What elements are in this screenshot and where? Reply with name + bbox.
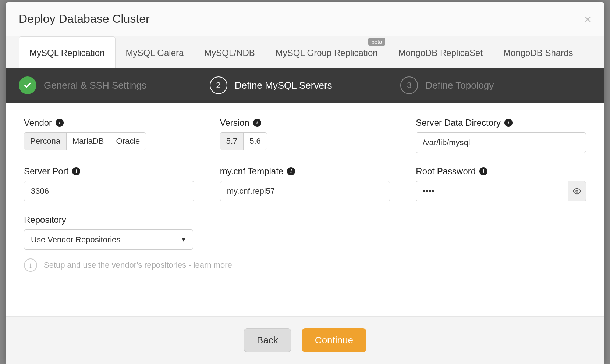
tab-mysql-group-replication[interactable]: MySQL Group Replication beta — [265, 36, 388, 68]
root-password-input[interactable] — [416, 181, 568, 201]
field-label: Root Password i — [416, 166, 586, 176]
field-label: Repository — [24, 215, 586, 225]
info-icon[interactable]: i — [479, 167, 487, 175]
repository-field: Repository Use Vendor Repositories ▼ i S… — [24, 215, 586, 272]
version-field: Version i 5.7 5.6 — [220, 118, 390, 153]
info-icon[interactable]: i — [253, 119, 261, 127]
vendor-options: Percona MariaDB Oracle — [24, 132, 146, 150]
cluster-type-tabs: MySQL Replication MySQL Galera MySQL/NDB… — [6, 36, 604, 68]
tab-mysql-ndb[interactable]: MySQL/NDB — [194, 36, 265, 68]
step-number: 2 — [210, 76, 227, 94]
tab-mysql-galera[interactable]: MySQL Galera — [116, 36, 194, 68]
beta-badge: beta — [368, 38, 385, 46]
version-options: 5.7 5.6 — [220, 132, 267, 150]
vendor-option-percona[interactable]: Percona — [24, 133, 67, 150]
form-body: Vendor i Percona MariaDB Oracle Version … — [6, 103, 604, 316]
data-directory-field: Server Data Directory i — [416, 118, 586, 153]
tab-mongodb-shards[interactable]: MongoDB Shards — [493, 36, 583, 68]
info-icon[interactable]: i — [56, 119, 64, 127]
server-port-field: Server Port i — [24, 166, 194, 201]
vendor-option-mariadb[interactable]: MariaDB — [67, 133, 110, 150]
tab-mongodb-replicaset[interactable]: MongoDB ReplicaSet — [388, 36, 493, 68]
data-directory-input[interactable] — [416, 132, 586, 153]
check-icon — [19, 76, 36, 94]
continue-button[interactable]: Continue — [302, 328, 366, 352]
wizard-stepper: General & SSH Settings 2 Define MySQL Se… — [6, 68, 604, 103]
mycnf-template-field: my.cnf Template i — [220, 166, 390, 201]
step-1[interactable]: General & SSH Settings — [19, 76, 210, 94]
step-label: Define Topology — [425, 80, 494, 91]
info-icon: i — [24, 258, 37, 272]
svg-point-0 — [576, 190, 578, 192]
step-number: 3 — [400, 76, 418, 94]
step-2[interactable]: 2 Define MySQL Servers — [210, 76, 401, 94]
step-label: General & SSH Settings — [44, 80, 146, 91]
tab-mysql-replication[interactable]: MySQL Replication — [19, 36, 116, 68]
modal-header: Deploy Database Cluster × — [6, 2, 604, 36]
info-icon[interactable]: i — [504, 119, 513, 127]
field-label: Server Data Directory i — [416, 118, 586, 128]
back-button[interactable]: Back — [244, 328, 291, 352]
hint-text[interactable]: Setup and use the vendor's repositories … — [44, 260, 232, 270]
info-icon[interactable]: i — [287, 167, 295, 175]
field-label: my.cnf Template i — [220, 166, 390, 176]
version-option-57[interactable]: 5.7 — [220, 133, 244, 150]
deploy-cluster-modal: Deploy Database Cluster × MySQL Replicat… — [6, 2, 604, 364]
close-icon[interactable]: × — [584, 13, 591, 25]
info-icon[interactable]: i — [72, 167, 80, 175]
vendor-option-oracle[interactable]: Oracle — [110, 133, 146, 150]
step-label: Define MySQL Servers — [235, 80, 332, 91]
field-label: Vendor i — [24, 118, 194, 128]
step-3[interactable]: 3 Define Topology — [400, 76, 591, 94]
vendor-field: Vendor i Percona MariaDB Oracle — [24, 118, 194, 153]
field-label: Server Port i — [24, 166, 194, 176]
server-port-input[interactable] — [24, 181, 194, 201]
field-label: Version i — [220, 118, 390, 128]
version-option-56[interactable]: 5.6 — [244, 133, 267, 150]
mycnf-template-input[interactable] — [220, 181, 390, 201]
modal-footer: Back Continue — [6, 316, 604, 364]
root-password-field: Root Password i — [416, 166, 586, 201]
tab-label: MySQL Group Replication — [276, 48, 378, 58]
repository-hint: i Setup and use the vendor's repositorie… — [24, 258, 586, 272]
modal-title: Deploy Database Cluster — [19, 12, 150, 26]
repository-select[interactable]: Use Vendor Repositories — [24, 229, 193, 250]
eye-icon[interactable] — [568, 181, 586, 201]
